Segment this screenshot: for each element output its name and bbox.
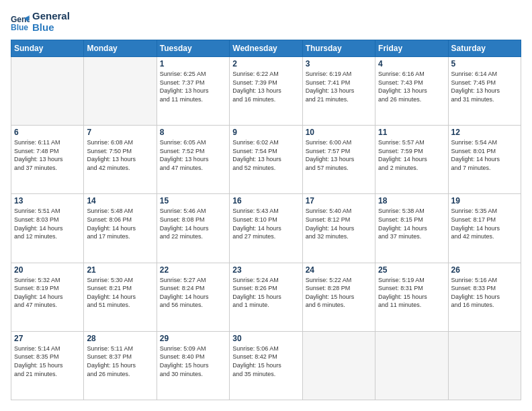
calendar-cell: 30Sunrise: 5:06 AM Sunset: 8:42 PM Dayli… xyxy=(230,331,302,400)
cell-info: Sunrise: 5:54 AM Sunset: 8:01 PM Dayligh… xyxy=(451,138,518,172)
day-number: 19 xyxy=(451,196,518,205)
day-number: 3 xyxy=(306,59,372,68)
cell-info: Sunrise: 6:00 AM Sunset: 7:57 PM Dayligh… xyxy=(306,138,372,172)
logo-general: General xyxy=(32,11,70,22)
calendar-cell: 14Sunrise: 5:48 AM Sunset: 8:06 PM Dayli… xyxy=(84,194,157,263)
day-number: 22 xyxy=(160,265,226,275)
day-number: 9 xyxy=(232,128,299,137)
calendar-cell xyxy=(448,331,521,400)
cell-info: Sunrise: 5:22 AM Sunset: 8:28 PM Dayligh… xyxy=(306,276,372,310)
day-header-thursday: Thursday xyxy=(302,40,375,57)
svg-text:Blue: Blue xyxy=(11,23,28,32)
calendar-week-2: 6Sunrise: 6:11 AM Sunset: 7:48 PM Daylig… xyxy=(11,126,521,194)
calendar-cell xyxy=(11,57,84,126)
calendar-week-4: 20Sunrise: 5:32 AM Sunset: 8:19 PM Dayli… xyxy=(11,263,521,331)
calendar-cell: 15Sunrise: 5:46 AM Sunset: 8:08 PM Dayli… xyxy=(157,194,229,263)
calendar-header-row: SundayMondayTuesdayWednesdayThursdayFrid… xyxy=(11,40,521,57)
day-number: 23 xyxy=(232,265,299,275)
cell-info: Sunrise: 6:19 AM Sunset: 7:41 PM Dayligh… xyxy=(306,70,372,103)
day-number: 26 xyxy=(451,265,518,275)
calendar-cell: 23Sunrise: 5:24 AM Sunset: 8:26 PM Dayli… xyxy=(230,263,302,331)
cell-info: Sunrise: 5:14 AM Sunset: 8:35 PM Dayligh… xyxy=(14,345,81,378)
calendar-cell: 28Sunrise: 5:11 AM Sunset: 8:37 PM Dayli… xyxy=(84,331,157,400)
day-number: 12 xyxy=(451,128,518,137)
cell-info: Sunrise: 6:11 AM Sunset: 7:48 PM Dayligh… xyxy=(14,138,81,172)
cell-info: Sunrise: 5:24 AM Sunset: 8:26 PM Dayligh… xyxy=(232,276,299,310)
calendar-cell: 5Sunrise: 6:14 AM Sunset: 7:45 PM Daylig… xyxy=(448,57,521,126)
calendar-cell xyxy=(302,331,375,400)
calendar-cell: 6Sunrise: 6:11 AM Sunset: 7:48 PM Daylig… xyxy=(11,126,84,194)
day-number: 21 xyxy=(87,265,153,275)
calendar-cell: 27Sunrise: 5:14 AM Sunset: 8:35 PM Dayli… xyxy=(11,331,84,400)
day-header-saturday: Saturday xyxy=(448,40,521,57)
day-number: 15 xyxy=(160,196,226,205)
cell-info: Sunrise: 5:16 AM Sunset: 8:33 PM Dayligh… xyxy=(451,276,518,310)
cell-info: Sunrise: 5:19 AM Sunset: 8:31 PM Dayligh… xyxy=(378,276,445,310)
calendar-cell: 13Sunrise: 5:51 AM Sunset: 8:03 PM Dayli… xyxy=(11,194,84,263)
day-header-wednesday: Wednesday xyxy=(230,40,302,57)
logo-blue: Blue xyxy=(32,22,70,34)
cell-info: Sunrise: 5:06 AM Sunset: 8:42 PM Dayligh… xyxy=(232,345,299,378)
day-number: 16 xyxy=(232,196,299,205)
calendar-cell: 2Sunrise: 6:22 AM Sunset: 7:39 PM Daylig… xyxy=(230,57,302,126)
calendar-cell: 4Sunrise: 6:16 AM Sunset: 7:43 PM Daylig… xyxy=(375,57,448,126)
calendar-cell: 7Sunrise: 6:08 AM Sunset: 7:50 PM Daylig… xyxy=(84,126,157,194)
cell-info: Sunrise: 5:35 AM Sunset: 8:17 PM Dayligh… xyxy=(451,207,518,240)
calendar-cell: 10Sunrise: 6:00 AM Sunset: 7:57 PM Dayli… xyxy=(302,126,375,194)
cell-info: Sunrise: 5:32 AM Sunset: 8:19 PM Dayligh… xyxy=(14,276,81,310)
cell-info: Sunrise: 5:27 AM Sunset: 8:24 PM Dayligh… xyxy=(160,276,226,310)
cell-info: Sunrise: 5:51 AM Sunset: 8:03 PM Dayligh… xyxy=(14,207,81,240)
cell-info: Sunrise: 5:11 AM Sunset: 8:37 PM Dayligh… xyxy=(87,345,153,378)
day-header-monday: Monday xyxy=(84,40,157,57)
cell-info: Sunrise: 5:57 AM Sunset: 7:59 PM Dayligh… xyxy=(378,138,445,172)
cell-info: Sunrise: 5:30 AM Sunset: 8:21 PM Dayligh… xyxy=(87,276,153,310)
day-header-sunday: Sunday xyxy=(11,40,84,57)
cell-info: Sunrise: 6:08 AM Sunset: 7:50 PM Dayligh… xyxy=(87,138,153,172)
day-number: 14 xyxy=(87,196,153,205)
day-number: 8 xyxy=(160,128,226,137)
day-number: 24 xyxy=(306,265,372,275)
calendar-cell: 12Sunrise: 5:54 AM Sunset: 8:01 PM Dayli… xyxy=(448,126,521,194)
cell-info: Sunrise: 5:38 AM Sunset: 8:15 PM Dayligh… xyxy=(378,207,445,240)
cell-info: Sunrise: 6:25 AM Sunset: 7:37 PM Dayligh… xyxy=(160,70,226,103)
day-number: 11 xyxy=(378,128,445,137)
calendar-cell: 11Sunrise: 5:57 AM Sunset: 7:59 PM Dayli… xyxy=(375,126,448,194)
calendar-cell: 3Sunrise: 6:19 AM Sunset: 7:41 PM Daylig… xyxy=(302,57,375,126)
cell-info: Sunrise: 6:02 AM Sunset: 7:54 PM Dayligh… xyxy=(232,138,299,172)
calendar-cell: 24Sunrise: 5:22 AM Sunset: 8:28 PM Dayli… xyxy=(302,263,375,331)
calendar-cell xyxy=(84,57,157,126)
day-number: 7 xyxy=(87,128,153,137)
day-number: 27 xyxy=(14,334,81,343)
cell-info: Sunrise: 5:48 AM Sunset: 8:06 PM Dayligh… xyxy=(87,207,153,240)
day-header-tuesday: Tuesday xyxy=(157,40,229,57)
day-header-friday: Friday xyxy=(375,40,448,57)
calendar-cell: 16Sunrise: 5:43 AM Sunset: 8:10 PM Dayli… xyxy=(230,194,302,263)
calendar-table: SundayMondayTuesdayWednesdayThursdayFrid… xyxy=(11,40,521,400)
calendar-cell: 9Sunrise: 6:02 AM Sunset: 7:54 PM Daylig… xyxy=(230,126,302,194)
day-number: 2 xyxy=(232,59,299,68)
day-number: 1 xyxy=(160,59,226,68)
cell-info: Sunrise: 5:46 AM Sunset: 8:08 PM Dayligh… xyxy=(160,207,226,240)
day-number: 4 xyxy=(378,59,445,68)
calendar-cell: 8Sunrise: 6:05 AM Sunset: 7:52 PM Daylig… xyxy=(157,126,229,194)
day-number: 5 xyxy=(451,59,518,68)
logo: General Blue General Blue xyxy=(11,11,70,33)
day-number: 6 xyxy=(14,128,81,137)
cell-info: Sunrise: 6:05 AM Sunset: 7:52 PM Dayligh… xyxy=(160,138,226,172)
cell-info: Sunrise: 6:22 AM Sunset: 7:39 PM Dayligh… xyxy=(232,70,299,103)
calendar-week-3: 13Sunrise: 5:51 AM Sunset: 8:03 PM Dayli… xyxy=(11,194,521,263)
day-number: 13 xyxy=(14,196,81,205)
calendar-cell: 22Sunrise: 5:27 AM Sunset: 8:24 PM Dayli… xyxy=(157,263,229,331)
calendar-cell: 20Sunrise: 5:32 AM Sunset: 8:19 PM Dayli… xyxy=(11,263,84,331)
calendar-cell: 1Sunrise: 6:25 AM Sunset: 7:37 PM Daylig… xyxy=(157,57,229,126)
day-number: 17 xyxy=(306,196,372,205)
cell-info: Sunrise: 6:14 AM Sunset: 7:45 PM Dayligh… xyxy=(451,70,518,103)
day-number: 29 xyxy=(160,334,226,343)
calendar-week-1: 1Sunrise: 6:25 AM Sunset: 7:37 PM Daylig… xyxy=(11,57,521,126)
calendar-cell: 18Sunrise: 5:38 AM Sunset: 8:15 PM Dayli… xyxy=(375,194,448,263)
day-number: 25 xyxy=(378,265,445,275)
cell-info: Sunrise: 5:09 AM Sunset: 8:40 PM Dayligh… xyxy=(160,345,226,378)
day-number: 20 xyxy=(14,265,81,275)
calendar-cell: 17Sunrise: 5:40 AM Sunset: 8:12 PM Dayli… xyxy=(302,194,375,263)
day-number: 18 xyxy=(378,196,445,205)
